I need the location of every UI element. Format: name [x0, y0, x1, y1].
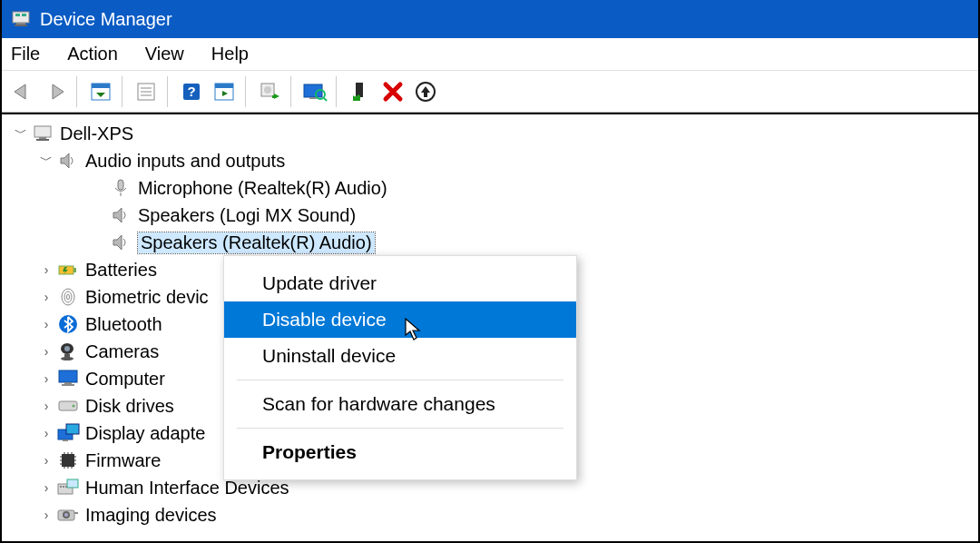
- menu-action[interactable]: Action: [67, 44, 118, 64]
- svg-rect-73: [67, 479, 78, 488]
- chevron-right-icon[interactable]: ›: [38, 371, 54, 386]
- toolbar-separator: [290, 76, 294, 107]
- uninstall-device-button[interactable]: [410, 76, 441, 107]
- tree-root-label: Dell-XPS: [60, 123, 133, 144]
- tree-device-speakers-realtek[interactable]: Speakers (Realtek(R) Audio): [9, 229, 971, 256]
- chevron-right-icon[interactable]: ›: [38, 426, 54, 440]
- display-adapter-icon: [56, 421, 80, 445]
- titlebar: Device Manager: [2, 0, 978, 38]
- disable-device-button[interactable]: [377, 76, 408, 107]
- fingerprint-icon: [56, 285, 80, 309]
- imaging-icon: [56, 503, 80, 527]
- help-button[interactable]: ?: [176, 76, 207, 107]
- back-button[interactable]: [7, 76, 38, 107]
- svg-marker-35: [61, 153, 69, 168]
- svg-point-50: [61, 357, 74, 360]
- chevron-right-icon[interactable]: ›: [38, 262, 54, 277]
- tree-category-label: Imaging devices: [85, 505, 217, 526]
- tree-category-label: Cameras: [85, 341, 159, 362]
- chevron-right-icon[interactable]: ›: [38, 508, 54, 522]
- tree-category-audio[interactable]: ﹀ Audio inputs and outputs: [9, 147, 971, 174]
- svg-point-45: [67, 294, 70, 300]
- svg-point-79: [64, 513, 68, 517]
- svg-rect-34: [36, 139, 49, 141]
- svg-text:?: ?: [187, 84, 195, 99]
- ctx-uninstall-device[interactable]: Uninstall device: [224, 338, 576, 374]
- toolbar-separator: [76, 76, 80, 107]
- chevron-right-icon[interactable]: ›: [38, 290, 54, 304]
- tree-category-label: Firmware: [85, 450, 161, 471]
- context-menu-separator: [237, 380, 564, 380]
- svg-point-48: [64, 346, 70, 351]
- menu-file[interactable]: File: [11, 44, 40, 64]
- svg-rect-22: [309, 97, 317, 99]
- tree-category-label: Display adapte: [85, 423, 205, 444]
- disk-icon: [56, 394, 80, 418]
- tree-device-mic[interactable]: Microphone (Realtek(R) Audio): [9, 174, 971, 202]
- svg-rect-59: [62, 454, 74, 467]
- tree-device-label: Speakers (Realtek(R) Audio): [138, 232, 375, 253]
- tree-device-speakers-logi[interactable]: Speakers (Logi MX Sound): [9, 202, 971, 229]
- tree-category-label: Bluetooth: [85, 314, 162, 335]
- menu-help[interactable]: Help: [211, 44, 249, 64]
- svg-rect-76: [65, 486, 67, 488]
- ctx-properties[interactable]: Properties: [224, 434, 576, 470]
- menu-view[interactable]: View: [145, 44, 184, 64]
- svg-marker-30: [421, 86, 430, 93]
- chevron-right-icon[interactable]: ›: [38, 344, 54, 359]
- chevron-down-icon[interactable]: ﹀: [38, 153, 54, 169]
- svg-marker-38: [113, 208, 122, 222]
- bluetooth-icon: [56, 312, 80, 336]
- svg-rect-41: [74, 268, 76, 272]
- toolbar: ?: [2, 71, 978, 113]
- svg-rect-6: [92, 84, 110, 88]
- tree-category-label: Batteries: [85, 260, 157, 281]
- tree-category-imaging[interactable]: › Imaging devices: [9, 501, 971, 528]
- action-button[interactable]: [209, 76, 240, 107]
- svg-rect-2: [15, 25, 27, 26]
- ctx-update-driver[interactable]: Update driver: [224, 265, 576, 301]
- tree-root[interactable]: ﹀ Dell-XPS: [9, 120, 971, 147]
- camera-icon: [56, 340, 80, 363]
- forward-button[interactable]: [40, 76, 71, 107]
- context-menu-separator: [237, 428, 564, 429]
- svg-rect-3: [15, 14, 20, 16]
- microphone-icon: [109, 176, 132, 200]
- scan-hardware-button[interactable]: [299, 76, 330, 107]
- svg-rect-15: [215, 84, 233, 88]
- chevron-right-icon[interactable]: ›: [38, 399, 54, 413]
- svg-line-24: [324, 98, 327, 101]
- show-tree-button[interactable]: [85, 76, 116, 107]
- chevron-down-icon[interactable]: ﹀: [13, 125, 29, 142]
- svg-point-55: [73, 405, 75, 408]
- svg-rect-33: [39, 137, 46, 139]
- speaker-icon: [56, 149, 80, 173]
- speaker-icon: [109, 203, 132, 227]
- tree-category-label: Computer: [85, 369, 165, 390]
- svg-rect-20: [272, 95, 275, 98]
- svg-point-18: [264, 86, 271, 94]
- tree-category-label: Biometric devic: [85, 287, 209, 308]
- devmgr-icon: [11, 9, 31, 29]
- chevron-right-icon[interactable]: ›: [38, 453, 54, 468]
- svg-rect-32: [34, 126, 51, 137]
- properties-button[interactable]: [131, 76, 162, 107]
- tree-device-label: Speakers (Logi MX Sound): [138, 205, 356, 226]
- chevron-right-icon[interactable]: ›: [38, 317, 54, 331]
- ctx-disable-device[interactable]: Disable device: [224, 301, 576, 338]
- svg-rect-80: [74, 512, 78, 514]
- window-title: Device Manager: [40, 9, 172, 30]
- svg-rect-75: [63, 486, 64, 488]
- ctx-scan-hardware[interactable]: Scan for hardware changes: [224, 386, 576, 422]
- update-driver-button[interactable]: [254, 76, 285, 107]
- chevron-right-icon[interactable]: ›: [38, 480, 54, 495]
- svg-rect-57: [66, 424, 79, 434]
- svg-point-44: [64, 291, 72, 302]
- tree-device-label: Microphone (Realtek(R) Audio): [138, 178, 387, 199]
- toolbar-separator: [122, 76, 125, 107]
- tree-category-label: Disk drives: [85, 396, 174, 417]
- toolbar-separator: [167, 76, 171, 107]
- toolbar-separator: [336, 76, 339, 107]
- enable-device-button[interactable]: [345, 76, 376, 107]
- toolbar-separator: [245, 76, 249, 107]
